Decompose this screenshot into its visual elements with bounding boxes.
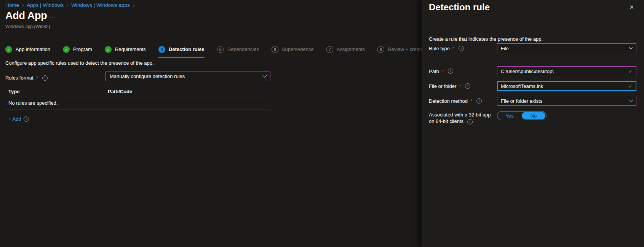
file-or-folder-label: File or folder * i (429, 81, 497, 91)
file-or-folder-row: File or folder * i MicrosoftTeams.lnk ✓ (429, 81, 636, 91)
step-label: Review + create (388, 46, 423, 53)
step-assignments[interactable]: 7 Assignments (326, 46, 365, 58)
close-icon[interactable]: ✕ (629, 4, 634, 11)
breadcrumb-apps-windows[interactable]: Apps | Windows (27, 2, 64, 8)
step-label: Dependencies (227, 46, 259, 53)
add-rule-button[interactable]: + Add i (8, 116, 29, 122)
rules-format-value: Manually configure detection rules (110, 73, 185, 79)
required-marker: * (459, 83, 461, 89)
rule-type-row: Rule type * i File (429, 43, 636, 53)
column-type: Type (8, 89, 108, 94)
path-value: C:\users\public\desktop\ (501, 69, 554, 74)
step-done-check-icon: ✓ (63, 46, 70, 53)
page-title: Add App (5, 10, 47, 22)
label-text: on 64-bit clients (429, 118, 463, 124)
step-label: App information (16, 46, 50, 53)
step-review-create[interactable]: 8 Review + create (377, 46, 423, 58)
breadcrumb: Home › Apps | Windows › Windows | Window… (5, 2, 134, 8)
info-icon[interactable]: i (448, 69, 453, 74)
panel-description: Create a rule that indicates the presenc… (429, 36, 543, 42)
file-or-folder-value: MicrosoftTeams.lnk (501, 83, 543, 89)
path-input[interactable]: C:\users\public\desktop\ ✓ (497, 66, 636, 76)
panel-title: Detection rule (429, 2, 490, 13)
step-number-badge: 7 (326, 46, 333, 53)
table-divider (5, 97, 270, 97)
step-supersedence[interactable]: 6 Supersedence (272, 46, 314, 58)
step-detection-rules[interactable]: 4 Detection rules (158, 46, 205, 58)
step-requirements[interactable]: ✓ Requirements (105, 46, 146, 58)
label-text: Rule type (429, 46, 450, 51)
info-icon[interactable]: i (465, 83, 470, 89)
required-marker: * (442, 69, 444, 74)
step-number-badge: 5 (217, 46, 224, 53)
label-text: File or folder (429, 83, 456, 89)
label-text: Associated with a 32-bit app (429, 112, 491, 118)
label-text: Detection method (429, 98, 468, 104)
required-marker: * (452, 46, 454, 51)
rules-table-header: Type Path/Code (8, 89, 132, 94)
step-label: Program (73, 46, 92, 53)
associated-32bit-row: Associated with a 32-bit app on 64-bit c… (429, 111, 547, 124)
valid-check-icon: ✓ (628, 83, 633, 89)
step-done-check-icon: ✓ (5, 46, 12, 53)
step-label: Supersedence (282, 46, 314, 53)
breadcrumb-windows-apps[interactable]: Windows | Windows apps (71, 2, 130, 8)
step-number-badge: 4 (158, 46, 165, 53)
step-number-badge: 6 (272, 46, 278, 53)
chevron-down-icon (262, 73, 267, 77)
info-icon[interactable]: i (24, 116, 29, 122)
step-label: Detection rules (169, 46, 205, 53)
column-path-code: Path/Code (108, 89, 132, 94)
associated-32bit-toggle[interactable]: Yes No (497, 111, 547, 120)
more-options-icon[interactable]: ··· (50, 14, 56, 21)
detection-method-select[interactable]: File or folder exists (497, 96, 636, 106)
detection-rule-panel: Detection rule ✕ Create a rule that indi… (422, 0, 644, 247)
rule-type-value: File (501, 46, 509, 51)
breadcrumb-home[interactable]: Home (5, 2, 19, 8)
toggle-option-yes[interactable]: Yes (497, 113, 522, 119)
rules-format-select[interactable]: Manually configure detection rules (105, 72, 270, 81)
table-empty-message: No rules are specified. (8, 100, 58, 106)
associated-32bit-label: Associated with a 32-bit app on 64-bit c… (429, 111, 497, 124)
label-text: Path (429, 69, 439, 74)
page-subtitle: Windows app (Win32) (5, 24, 50, 29)
chevron-down-icon (629, 98, 633, 102)
section-description: Configure app specific rules used to det… (5, 60, 154, 66)
rules-format-label: Rules format * i (5, 73, 48, 83)
rule-type-select[interactable]: File (497, 43, 636, 53)
path-label: Path * i (429, 66, 497, 76)
file-or-folder-input[interactable]: MicrosoftTeams.lnk ✓ (497, 81, 636, 91)
detection-method-row: Detection method * i File or folder exis… (429, 96, 636, 106)
step-label: Requirements (115, 46, 146, 53)
table-divider (5, 110, 270, 110)
label-text: Rules format (5, 75, 34, 81)
info-icon[interactable]: i (467, 119, 473, 124)
step-dependencies[interactable]: 5 Dependencies (217, 46, 259, 58)
required-marker: * (36, 75, 38, 81)
info-icon[interactable]: i (42, 75, 48, 81)
step-number-badge: 8 (377, 46, 384, 53)
detection-method-label: Detection method * i (429, 96, 497, 106)
valid-check-icon: ✓ (628, 69, 633, 74)
detection-method-value: File or folder exists (501, 98, 542, 104)
chevron-down-icon (629, 45, 633, 49)
add-rule-label: + Add (8, 116, 21, 122)
info-icon[interactable]: i (476, 98, 482, 104)
breadcrumb-separator-icon: › (67, 2, 68, 8)
path-row: Path * i C:\users\public\desktop\ ✓ (429, 66, 636, 76)
rule-type-label: Rule type * i (429, 43, 497, 53)
breadcrumb-separator-icon: › (22, 2, 24, 8)
required-marker: * (470, 98, 472, 104)
breadcrumb-separator-icon: › (133, 2, 134, 8)
step-app-information[interactable]: ✓ App information (5, 46, 50, 58)
step-program[interactable]: ✓ Program (63, 46, 92, 58)
step-done-check-icon: ✓ (105, 46, 112, 53)
step-label: Assignments (337, 46, 365, 53)
info-icon[interactable]: i (459, 46, 464, 51)
toggle-option-no[interactable]: No (522, 112, 545, 120)
